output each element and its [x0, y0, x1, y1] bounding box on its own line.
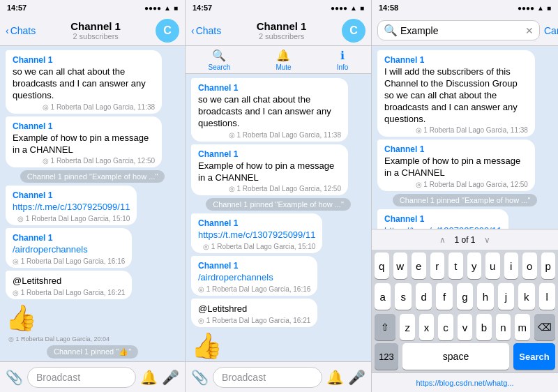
kb-key-k[interactable]: k [518, 283, 534, 310]
kb-space-key[interactable]: space [402, 343, 509, 370]
search-box-3[interactable]: 🔍 ✕ [377, 20, 540, 40]
keyboard-3[interactable]: qwertyuiop asdfghjkl ⇧zxcvbnm⌫ 123 space… [372, 250, 558, 372]
channel-name: Channel 1 [13, 233, 125, 243]
next-result-button[interactable]: ∨ [484, 235, 490, 245]
msg-text: so we can all chat about the broadcasts … [13, 66, 155, 102]
emoji-message: 👍 [6, 302, 37, 334]
kb-key-x[interactable]: x [419, 314, 434, 340]
message-bubble: @Letitshred◎ 1 Roberta Dal Lago Garcia, … [6, 271, 132, 299]
header-center-2: Channel 1 2 subscribers [225, 20, 338, 40]
system-message: Channel 1 pinned "Example of how ..." [20, 170, 165, 183]
kb-key-b[interactable]: b [476, 314, 491, 340]
broadcast-input-1[interactable]: Broadcast [27, 367, 136, 388]
kb-key-g[interactable]: g [457, 283, 473, 310]
emoji-message: 👍 [191, 330, 223, 361]
message-bubble: @Letitshred◎ 1 Roberta Dal Lago Garcia, … [191, 299, 317, 327]
kb-num-key[interactable]: 123 [375, 343, 398, 370]
toolbar-mute[interactable]: 🔔 Mute [276, 49, 291, 71]
kb-key-h[interactable]: h [477, 283, 493, 310]
message-bubble: Channel 1Example of how to pin a message… [191, 144, 348, 196]
kb-key-o[interactable]: o [522, 252, 537, 279]
msg-text: /airdroperchannels [13, 244, 125, 256]
bell-icon-2[interactable]: 🔔 [326, 369, 344, 386]
channel-title-2: Channel 1 [225, 20, 338, 32]
battery-icon-1: ■ [174, 4, 178, 12]
signal-icon-3: ●●●● [518, 4, 534, 12]
kb-key-a[interactable]: a [375, 283, 391, 310]
msg-text: https://t.me/c/1307925099/11 [13, 202, 130, 213]
toolbar-search-label: Search [209, 63, 231, 71]
chevron-left-icon-1: ‹ [6, 25, 9, 36]
kb-row-1: qwertyuiop [372, 250, 558, 280]
kb-key-m[interactable]: m [515, 314, 529, 340]
kb-key-r[interactable]: r [430, 252, 445, 279]
channel-name: Channel 1 [13, 190, 130, 200]
info-icon-2: ℹ [340, 49, 345, 62]
kb-key-f[interactable]: f [436, 283, 452, 310]
msg-text: /airdroperchannels [198, 272, 310, 284]
header-2: ‹ Chats Channel 1 2 subscribers C [186, 15, 371, 46]
kb-key-v[interactable]: v [458, 314, 472, 340]
broadcast-input-2[interactable]: Broadcast [213, 367, 322, 388]
kb-key-u[interactable]: u [485, 252, 500, 279]
msg-text: @Letitshred [13, 276, 125, 287]
mic-icon-1[interactable]: 🎤 [162, 369, 179, 386]
msg-text: https://t.me/c/1307925099/11 [384, 225, 502, 229]
msg-meta: ◎ 1 Roberta Dal Lago Garcia, 15:10 [13, 215, 130, 223]
header-1: ‹ Chats Channel 1 2 subscribers C [0, 15, 185, 46]
kb-row-2: asdfghjkl [372, 280, 558, 311]
signal-icon-1: ●●●● [144, 4, 161, 12]
kb-key-p[interactable]: p [541, 252, 556, 279]
kb-key-d[interactable]: d [416, 283, 432, 310]
bell-icon-1[interactable]: 🔔 [140, 369, 158, 386]
kb-search-key[interactable]: Search [513, 343, 555, 370]
mic-icon-2[interactable]: 🎤 [348, 369, 365, 386]
url-text: https://blog.csdn.net/whatg... [416, 379, 513, 387]
prev-result-button[interactable]: ∧ [439, 235, 446, 245]
back-button-2[interactable]: ‹ Chats [191, 25, 221, 36]
kb-key-n[interactable]: n [496, 314, 511, 340]
kb-key-q[interactable]: q [375, 252, 389, 279]
messages-2: Channel 1so we can all chat about the br… [186, 74, 371, 361]
avatar-2[interactable]: C [342, 19, 365, 43]
header-center-1: Channel 1 2 subscribers [40, 20, 151, 40]
avatar-letter-1: C [163, 24, 172, 37]
kb-key-s[interactable]: s [395, 283, 411, 310]
back-button-1[interactable]: ‹ Chats [6, 25, 36, 36]
back-label-2[interactable]: Chats [196, 25, 222, 36]
search-icon-3: 🔍 [384, 24, 398, 37]
input-bar-1: 📎 Broadcast 🔔 🎤 [0, 361, 185, 392]
msg-text: Example of how to pin a message in a CHA… [13, 133, 155, 156]
cancel-button-3[interactable]: Cancel [544, 25, 558, 36]
kb-key-t[interactable]: t [448, 252, 463, 279]
msg-meta: ◎ 1 Roberta Dal Lago Garcia, 11:38 [384, 126, 528, 134]
avatar-letter-2: C [349, 24, 358, 37]
clear-icon-3[interactable]: ✕ [525, 25, 534, 36]
wifi-icon-2: ▲ [350, 4, 357, 12]
channel-subtitle-1: 2 subscribers [40, 32, 151, 40]
search-input-3[interactable] [400, 25, 522, 36]
msg-meta: ◎ 1 Roberta Dal Lago Garcia, 16:21 [13, 289, 125, 296]
messages-3: Channel 1I will add the subscribers of t… [372, 46, 558, 229]
kb-key-l[interactable]: l [539, 283, 555, 310]
time-1: 14:57 [7, 3, 27, 12]
kb-key-i[interactable]: i [504, 252, 519, 279]
paperclip-icon-1[interactable]: 📎 [6, 369, 23, 386]
system-message: Channel 1 pinned "Example of how ..." [393, 194, 538, 206]
kb-key-y[interactable]: y [467, 252, 482, 279]
signal-icon-2: ●●●● [331, 4, 347, 12]
kb-key-e[interactable]: e [412, 252, 426, 279]
kb-shift-key[interactable]: ⇧ [375, 314, 395, 340]
kb-key-z[interactable]: z [400, 314, 414, 340]
toolbar-search[interactable]: 🔍 Search [209, 49, 231, 71]
kb-key-w[interactable]: w [393, 252, 408, 279]
kb-backspace-key[interactable]: ⌫ [534, 314, 555, 340]
msg-text: https://t.me/c/1307925099/11 [198, 229, 315, 241]
paperclip-icon-2[interactable]: 📎 [191, 369, 209, 386]
msg-meta: ◎ 1 Roberta Dal Lago Garcia, 20:04 [6, 336, 110, 342]
back-label-1[interactable]: Chats [10, 25, 36, 36]
toolbar-info[interactable]: ℹ Info [337, 49, 349, 71]
kb-key-c[interactable]: c [438, 314, 453, 340]
avatar-1[interactable]: C [156, 19, 179, 43]
kb-key-j[interactable]: j [498, 283, 514, 310]
